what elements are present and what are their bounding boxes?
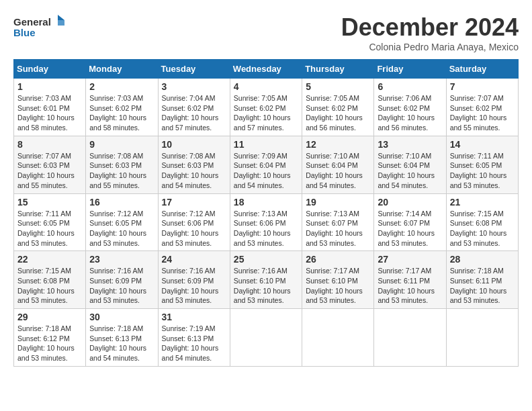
day-number: 3 (162, 81, 226, 92)
calendar-cell: 22Sunrise: 7:15 AM Sunset: 6:08 PM Dayli… (14, 251, 86, 309)
calendar-cell: 1Sunrise: 7:03 AM Sunset: 6:01 PM Daylig… (14, 79, 86, 136)
day-info: Sunrise: 7:19 AM Sunset: 6:13 PM Dayligh… (162, 324, 226, 363)
day-info: Sunrise: 7:17 AM Sunset: 6:11 PM Dayligh… (378, 266, 442, 306)
day-number: 14 (450, 139, 515, 150)
calendar-cell: 8Sunrise: 7:07 AM Sunset: 6:03 PM Daylig… (14, 136, 86, 193)
title-block: December 2024 Colonia Pedro Maria Anaya,… (341, 13, 519, 52)
calendar-cell: 6Sunrise: 7:06 AM Sunset: 6:02 PM Daylig… (374, 79, 446, 136)
day-info: Sunrise: 7:09 AM Sunset: 6:04 PM Dayligh… (234, 151, 298, 191)
calendar-cell: 26Sunrise: 7:17 AM Sunset: 6:10 PM Dayli… (302, 251, 374, 309)
day-number: 17 (162, 197, 226, 208)
calendar-cell (374, 309, 446, 367)
day-number: 30 (89, 312, 154, 322)
day-number: 8 (17, 139, 82, 150)
calendar-week-row: 22Sunrise: 7:15 AM Sunset: 6:08 PM Dayli… (14, 251, 519, 309)
day-info: Sunrise: 7:13 AM Sunset: 6:06 PM Dayligh… (234, 209, 298, 248)
month-title: December 2024 (341, 13, 519, 42)
day-number: 31 (162, 312, 226, 322)
location-subtitle: Colonia Pedro Maria Anaya, Mexico (341, 42, 519, 52)
calendar-cell: 24Sunrise: 7:16 AM Sunset: 6:09 PM Dayli… (158, 251, 230, 309)
calendar-cell: 7Sunrise: 7:07 AM Sunset: 6:02 PM Daylig… (446, 79, 518, 136)
day-info: Sunrise: 7:15 AM Sunset: 6:08 PM Dayligh… (450, 209, 515, 248)
calendar-cell: 19Sunrise: 7:13 AM Sunset: 6:07 PM Dayli… (302, 193, 374, 251)
day-info: Sunrise: 7:03 AM Sunset: 6:01 PM Dayligh… (17, 93, 82, 133)
svg-marker-3 (58, 20, 64, 26)
day-number: 12 (306, 139, 370, 150)
calendar-cell: 5Sunrise: 7:05 AM Sunset: 6:02 PM Daylig… (302, 79, 374, 136)
calendar-cell: 31Sunrise: 7:19 AM Sunset: 6:13 PM Dayli… (158, 309, 230, 367)
calendar-week-row: 29Sunrise: 7:18 AM Sunset: 6:12 PM Dayli… (14, 309, 519, 367)
day-info: Sunrise: 7:14 AM Sunset: 6:07 PM Dayligh… (378, 209, 442, 248)
calendar-cell (446, 309, 518, 367)
calendar-cell (230, 309, 302, 367)
day-info: Sunrise: 7:08 AM Sunset: 6:03 PM Dayligh… (89, 151, 154, 191)
day-number: 16 (89, 197, 154, 208)
day-info: Sunrise: 7:10 AM Sunset: 6:04 PM Dayligh… (378, 151, 442, 191)
day-info: Sunrise: 7:12 AM Sunset: 6:05 PM Dayligh… (89, 209, 154, 248)
day-number: 20 (378, 197, 442, 208)
calendar-cell: 10Sunrise: 7:08 AM Sunset: 6:03 PM Dayli… (158, 136, 230, 193)
day-number: 11 (234, 139, 298, 150)
day-info: Sunrise: 7:12 AM Sunset: 6:06 PM Dayligh… (162, 209, 226, 248)
calendar-cell: 20Sunrise: 7:14 AM Sunset: 6:07 PM Dayli… (374, 193, 446, 251)
day-info: Sunrise: 7:08 AM Sunset: 6:03 PM Dayligh… (162, 151, 226, 191)
day-info: Sunrise: 7:10 AM Sunset: 6:04 PM Dayligh… (306, 151, 370, 191)
calendar-cell: 9Sunrise: 7:08 AM Sunset: 6:03 PM Daylig… (86, 136, 158, 193)
calendar-cell: 30Sunrise: 7:18 AM Sunset: 6:13 PM Dayli… (86, 309, 158, 367)
day-number: 9 (89, 139, 154, 150)
calendar-cell: 11Sunrise: 7:09 AM Sunset: 6:04 PM Dayli… (230, 136, 302, 193)
day-number: 28 (450, 254, 515, 265)
day-info: Sunrise: 7:17 AM Sunset: 6:10 PM Dayligh… (306, 266, 370, 306)
day-number: 21 (450, 197, 515, 208)
page-header: General Blue December 2024 Colonia Pedro… (13, 13, 519, 52)
svg-text:Blue: Blue (13, 27, 36, 38)
calendar-table: SundayMondayTuesdayWednesdayThursdayFrid… (13, 59, 519, 367)
day-info: Sunrise: 7:11 AM Sunset: 6:05 PM Dayligh… (17, 209, 82, 248)
calendar-cell: 21Sunrise: 7:15 AM Sunset: 6:08 PM Dayli… (446, 193, 518, 251)
calendar-header-row: SundayMondayTuesdayWednesdayThursdayFrid… (14, 60, 519, 79)
day-number: 4 (234, 81, 298, 92)
calendar-cell: 27Sunrise: 7:17 AM Sunset: 6:11 PM Dayli… (374, 251, 446, 309)
day-info: Sunrise: 7:18 AM Sunset: 6:13 PM Dayligh… (89, 324, 154, 363)
calendar-cell: 14Sunrise: 7:11 AM Sunset: 6:05 PM Dayli… (446, 136, 518, 193)
day-info: Sunrise: 7:07 AM Sunset: 6:02 PM Dayligh… (450, 93, 515, 133)
day-header-saturday: Saturday (446, 60, 518, 79)
day-number: 24 (162, 254, 226, 265)
day-header-friday: Friday (374, 60, 446, 79)
day-info: Sunrise: 7:03 AM Sunset: 6:02 PM Dayligh… (89, 93, 154, 133)
calendar-cell: 17Sunrise: 7:12 AM Sunset: 6:06 PM Dayli… (158, 193, 230, 251)
day-number: 6 (378, 81, 442, 92)
day-header-sunday: Sunday (14, 60, 86, 79)
day-number: 1 (17, 81, 82, 92)
day-header-tuesday: Tuesday (158, 60, 230, 79)
calendar-cell: 18Sunrise: 7:13 AM Sunset: 6:06 PM Dayli… (230, 193, 302, 251)
calendar-cell: 3Sunrise: 7:04 AM Sunset: 6:02 PM Daylig… (158, 79, 230, 136)
calendar-cell: 25Sunrise: 7:16 AM Sunset: 6:10 PM Dayli… (230, 251, 302, 309)
day-number: 22 (17, 254, 82, 265)
calendar-cell: 28Sunrise: 7:18 AM Sunset: 6:11 PM Dayli… (446, 251, 518, 309)
day-info: Sunrise: 7:04 AM Sunset: 6:02 PM Dayligh… (162, 93, 226, 133)
day-number: 26 (306, 254, 370, 265)
day-number: 29 (17, 312, 82, 322)
day-info: Sunrise: 7:05 AM Sunset: 6:02 PM Dayligh… (234, 93, 298, 133)
day-header-thursday: Thursday (302, 60, 374, 79)
day-info: Sunrise: 7:06 AM Sunset: 6:02 PM Dayligh… (378, 93, 442, 133)
day-number: 13 (378, 139, 442, 150)
day-number: 18 (234, 197, 298, 208)
day-number: 10 (162, 139, 226, 150)
day-info: Sunrise: 7:16 AM Sunset: 6:10 PM Dayligh… (234, 266, 298, 306)
day-number: 23 (89, 254, 154, 265)
day-header-monday: Monday (86, 60, 158, 79)
day-info: Sunrise: 7:18 AM Sunset: 6:12 PM Dayligh… (17, 324, 82, 363)
calendar-week-row: 1Sunrise: 7:03 AM Sunset: 6:01 PM Daylig… (14, 79, 519, 136)
day-number: 27 (378, 254, 442, 265)
calendar-cell: 16Sunrise: 7:12 AM Sunset: 6:05 PM Dayli… (86, 193, 158, 251)
day-info: Sunrise: 7:16 AM Sunset: 6:09 PM Dayligh… (89, 266, 154, 306)
day-header-wednesday: Wednesday (230, 60, 302, 79)
calendar-cell: 13Sunrise: 7:10 AM Sunset: 6:04 PM Dayli… (374, 136, 446, 193)
calendar-cell: 12Sunrise: 7:10 AM Sunset: 6:04 PM Dayli… (302, 136, 374, 193)
day-info: Sunrise: 7:15 AM Sunset: 6:08 PM Dayligh… (17, 266, 82, 306)
logo: General Blue (13, 13, 67, 40)
day-number: 19 (306, 197, 370, 208)
day-info: Sunrise: 7:05 AM Sunset: 6:02 PM Dayligh… (306, 93, 370, 133)
